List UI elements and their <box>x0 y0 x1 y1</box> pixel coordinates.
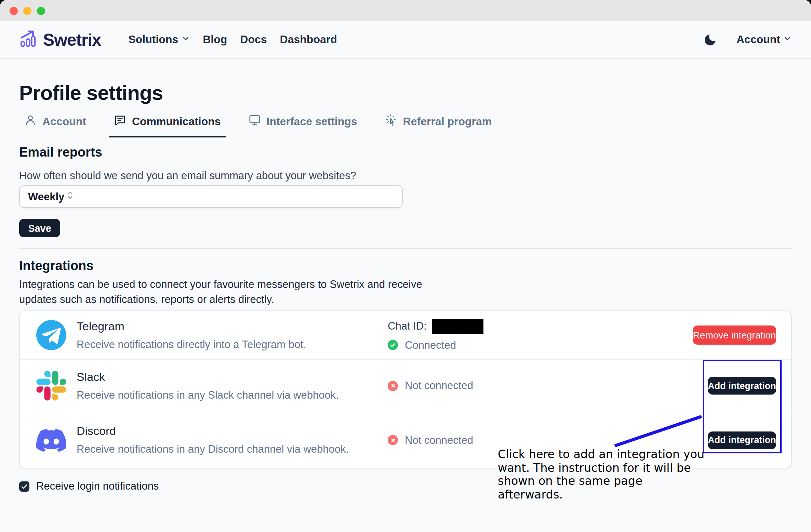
nav-item-dashboard[interactable]: Dashboard <box>280 34 337 46</box>
section-divider <box>19 248 792 249</box>
nav-item-solutions[interactable]: Solutions <box>128 34 190 46</box>
nav-item-blog[interactable]: Blog <box>203 34 227 46</box>
user-icon <box>24 114 37 129</box>
integrations-description: Integrations can be used to connect your… <box>19 277 423 306</box>
nav-links: Solutions Blog Docs Dashboard <box>128 34 337 46</box>
email-reports-heading: Email reports <box>19 144 792 161</box>
integration-name: Telegram <box>77 320 306 333</box>
discord-icon <box>36 425 66 455</box>
login-notifications-toggle[interactable]: Receive login notifications <box>19 480 159 492</box>
status-label: Connected <box>405 339 456 351</box>
integrations-card: Telegram Receive notifications directly … <box>19 310 792 468</box>
integration-description: Receive notifications in any Slack chann… <box>77 388 339 401</box>
frequency-select[interactable]: Weekly <box>19 185 403 208</box>
theme-toggle-moon-icon[interactable] <box>703 32 717 47</box>
settings-tabs: Account Communications <box>19 114 792 137</box>
macos-titlebar <box>0 0 811 21</box>
slack-status-column: Not connected <box>388 380 473 392</box>
login-notifications-label: Receive login notifications <box>36 480 159 492</box>
telegram-status-column: Chat ID: Connected <box>388 319 483 351</box>
zoom-button[interactable] <box>37 6 45 15</box>
page-title: Profile settings <box>19 81 792 105</box>
discord-status-column: Not connected <box>388 434 473 446</box>
status-label: Not connected <box>405 380 473 392</box>
email-frequency-question: How often should we send you an email su… <box>19 169 792 183</box>
swetrix-logo-icon <box>19 29 38 50</box>
integrations-heading: Integrations <box>19 258 792 274</box>
remove-integration-button[interactable]: Remove integration <box>693 325 776 345</box>
connected-check-icon <box>388 340 398 350</box>
monitor-icon <box>248 114 261 129</box>
status-label: Not connected <box>405 434 473 446</box>
tab-account[interactable]: Account <box>19 114 91 137</box>
not-connected-x-icon <box>388 381 398 391</box>
integration-row-slack: Slack Receive notifications in any Slack… <box>20 360 791 412</box>
integration-name: Slack <box>77 370 339 384</box>
not-connected-x-icon <box>388 435 398 445</box>
tab-communications[interactable]: Communications <box>109 114 226 137</box>
add-integration-button-slack[interactable]: Add integration <box>708 377 776 395</box>
app-window: Swetrix Solutions Blog Docs Dashboard <box>0 0 811 532</box>
nav-item-docs[interactable]: Docs <box>240 34 267 46</box>
account-menu[interactable]: Account <box>736 34 792 46</box>
integration-name: Discord <box>77 425 349 438</box>
chevron-up-down-icon <box>64 189 76 204</box>
chat-bubble-icon <box>114 114 127 129</box>
telegram-icon <box>36 320 66 350</box>
chat-id-redacted-value <box>432 319 483 333</box>
tab-interface-settings[interactable]: Interface settings <box>243 114 362 137</box>
tab-referral-program[interactable]: Referral program <box>380 114 497 137</box>
minimize-button[interactable] <box>23 6 31 15</box>
checkbox-checked-icon[interactable] <box>19 481 29 491</box>
integration-row-telegram: Telegram Receive notifications directly … <box>20 311 791 359</box>
brand-logo[interactable]: Swetrix <box>19 29 101 50</box>
top-navbar: Swetrix Solutions Blog Docs Dashboard <box>0 21 811 59</box>
integration-row-discord: Discord Receive notifications in any Dis… <box>20 412 791 468</box>
cursor-rays-icon <box>385 114 398 129</box>
nav-right: Account <box>703 32 792 47</box>
frequency-select-value: Weekly <box>28 190 64 203</box>
integration-description: Receive notifications directly into a Te… <box>77 337 306 350</box>
chat-id-label: Chat ID: <box>388 320 427 332</box>
add-integration-button-discord[interactable]: Add integration <box>708 431 776 449</box>
chevron-down-icon <box>783 34 792 46</box>
chevron-down-icon <box>181 34 190 46</box>
save-button[interactable]: Save <box>19 219 60 237</box>
close-button[interactable] <box>10 6 18 15</box>
brand-name: Swetrix <box>43 30 101 50</box>
slack-icon <box>36 371 66 401</box>
integration-description: Receive notifications in any Discord cha… <box>77 442 349 455</box>
